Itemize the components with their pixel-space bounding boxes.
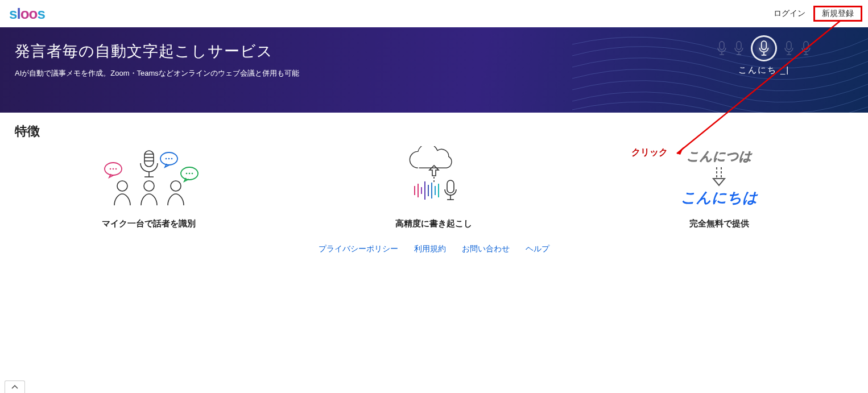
feature-speaker-separation: マイク一台で話者を識別 xyxy=(15,143,283,229)
login-link[interactable]: ログイン xyxy=(769,6,810,21)
logo-letter: o xyxy=(29,5,38,22)
svg-point-25 xyxy=(109,168,111,170)
svg-rect-12 xyxy=(804,42,808,49)
footer-links: プライバシーポリシー 利用規約 お問い合わせ ヘルプ xyxy=(15,244,853,254)
footer-link-privacy[interactable]: プライバシーポリシー xyxy=(319,244,398,254)
svg-point-23 xyxy=(171,181,181,191)
svg-point-35 xyxy=(191,173,193,175)
mic-small-icon xyxy=(784,41,794,56)
svg-point-27 xyxy=(115,168,117,170)
svg-point-26 xyxy=(112,168,114,170)
svg-rect-9 xyxy=(787,42,791,49)
svg-point-21 xyxy=(117,181,127,191)
svg-rect-45 xyxy=(447,180,454,193)
header-nav: ログイン 新規登録 xyxy=(769,6,862,22)
svg-rect-3 xyxy=(737,42,741,49)
hero-mic-graphic: こんにち _| xyxy=(717,35,811,76)
logo-letter: s xyxy=(37,5,44,22)
svg-point-31 xyxy=(171,158,172,160)
arrow-down-icon xyxy=(708,165,730,188)
hero-typing-text: こんにち _| xyxy=(717,65,811,76)
features-heading: 特徴 xyxy=(15,123,853,140)
svg-rect-15 xyxy=(144,151,154,167)
feature-free: こんにつは こんにちは 完全無料で提供 xyxy=(585,143,853,229)
svg-point-29 xyxy=(165,158,167,160)
logo-letter: o xyxy=(20,5,29,22)
hero-banner: 発言者毎の自動文字起こしサービス AIが自動で議事メモを作成。Zoom・Team… xyxy=(0,27,868,113)
svg-rect-0 xyxy=(720,42,724,49)
feature3-correct-text: こんにちは xyxy=(681,188,758,208)
feature2-caption: 高精度に書き起こし xyxy=(300,218,568,229)
feature2-illustration xyxy=(300,143,568,212)
mic-small-icon xyxy=(734,41,744,56)
footer-link-contact[interactable]: お問い合わせ xyxy=(462,244,510,254)
mic-small-icon xyxy=(801,41,811,56)
mic-small-icon xyxy=(717,41,727,56)
features-section: 特徴 xyxy=(0,113,868,266)
svg-rect-6 xyxy=(762,41,767,49)
logo[interactable]: sloos xyxy=(6,5,45,23)
svg-point-34 xyxy=(188,173,190,175)
signup-highlight-box: 新規登録 xyxy=(813,6,862,22)
mic-large-icon xyxy=(751,35,777,61)
feature1-caption: マイク一台で話者を識別 xyxy=(15,218,283,229)
footer-link-help[interactable]: ヘルプ xyxy=(526,244,549,254)
svg-point-33 xyxy=(185,173,187,175)
signup-link[interactable]: 新規登録 xyxy=(817,6,858,20)
feature1-illustration xyxy=(15,143,283,212)
footer-link-terms[interactable]: 利用規約 xyxy=(414,244,446,254)
feature3-illustration: こんにつは こんにちは xyxy=(585,143,853,212)
header-bar: sloos ログイン 新規登録 xyxy=(0,0,868,27)
feature3-caption: 完全無料で提供 xyxy=(585,218,853,229)
feature-high-accuracy: 高精度に書き起こし xyxy=(300,143,568,229)
svg-point-22 xyxy=(144,181,154,191)
logo-letter: s xyxy=(9,5,16,22)
feature3-wrong-text: こんにつは xyxy=(687,148,752,165)
svg-point-30 xyxy=(168,158,170,160)
